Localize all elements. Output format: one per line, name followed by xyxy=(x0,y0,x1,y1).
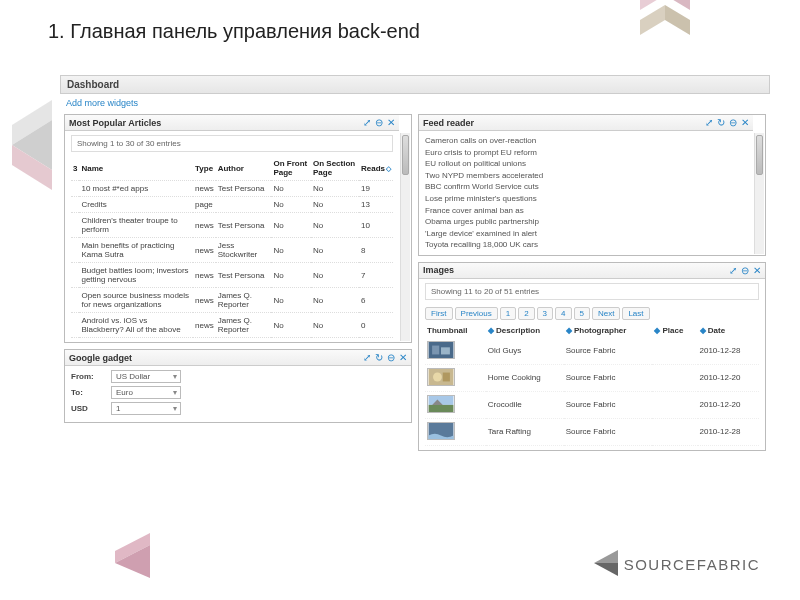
svg-rect-14 xyxy=(443,372,450,381)
svg-marker-3 xyxy=(665,5,690,35)
fullscreen-icon[interactable]: ⤢ xyxy=(363,117,371,128)
feed-item[interactable]: France cover animal ban as xyxy=(425,205,747,217)
usd-input[interactable]: 1 xyxy=(111,402,181,415)
table-row[interactable]: Home CookingSource Fabric2010-12-20 xyxy=(425,364,759,391)
scrollbar[interactable] xyxy=(754,133,764,254)
close-icon[interactable]: ✕ xyxy=(399,352,407,363)
page-first[interactable]: First xyxy=(425,307,453,320)
usd-label: USD xyxy=(71,404,105,413)
feed-item[interactable]: BBC confirm World Service cuts xyxy=(425,181,747,193)
logo-chevron-icon xyxy=(588,548,618,580)
table-row[interactable]: Main benefits of practicing Kama Sutrane… xyxy=(71,238,393,263)
popular-table: 3 Name Type Author On Front Page On Sect… xyxy=(71,156,393,338)
table-row[interactable]: CreditspageNoNo13 xyxy=(71,197,393,213)
minimize-icon[interactable]: ⊖ xyxy=(729,117,737,128)
thumbnail xyxy=(427,341,455,359)
svg-marker-19 xyxy=(594,550,618,563)
showing-text: Showing 11 to 20 of 51 entries xyxy=(425,283,759,300)
feed-item[interactable]: Obama urges public partnership xyxy=(425,216,747,228)
minimize-icon[interactable]: ⊖ xyxy=(387,352,395,363)
page-num[interactable]: 5 xyxy=(574,307,590,320)
widget-title: Feed reader xyxy=(423,118,474,128)
page-num[interactable]: 1 xyxy=(500,307,516,320)
brand-logo: SOURCEFABRIC xyxy=(588,548,760,580)
minimize-icon[interactable]: ⊖ xyxy=(741,265,749,276)
feed-item[interactable]: 'Large device' examined in alert xyxy=(425,228,747,240)
thumbnail xyxy=(427,395,455,413)
widget-title: Most Popular Articles xyxy=(69,118,161,128)
brand-text: SOURCEFABRIC xyxy=(624,556,760,573)
table-row[interactable]: Tara RaftingSource Fabric2010-12-28 xyxy=(425,418,759,445)
page-num[interactable]: 3 xyxy=(537,307,553,320)
scrollbar[interactable] xyxy=(400,133,410,341)
widget-google-gadget: Google gadget ⤢ ↻ ⊖ ✕ From:US Dollar To:… xyxy=(64,349,412,423)
svg-rect-10 xyxy=(432,345,439,354)
refresh-icon[interactable]: ↻ xyxy=(375,352,383,363)
table-row[interactable]: Children's theater troupe to performnews… xyxy=(71,213,393,238)
svg-rect-16 xyxy=(429,405,454,412)
feed-item[interactable]: EU rollout on political unions xyxy=(425,158,747,170)
decoration-chevron-bottom-left xyxy=(110,533,150,580)
fullscreen-icon[interactable]: ⤢ xyxy=(729,265,737,276)
page-num[interactable]: 4 xyxy=(555,307,571,320)
feed-item[interactable]: Cameron calls on over-reaction xyxy=(425,135,747,147)
close-icon[interactable]: ✕ xyxy=(387,117,395,128)
thumbnail xyxy=(427,422,455,440)
widget-images: Images ⤢ ⊖ ✕ Showing 11 to 20 of 51 entr… xyxy=(418,262,766,451)
from-select[interactable]: US Dollar xyxy=(111,370,181,383)
fullscreen-icon[interactable]: ⤢ xyxy=(363,352,371,363)
table-row[interactable]: Open source business models for news org… xyxy=(71,288,393,313)
page-num[interactable]: 2 xyxy=(518,307,534,320)
svg-rect-11 xyxy=(441,347,450,354)
refresh-icon[interactable]: ↻ xyxy=(717,117,725,128)
table-row[interactable]: Old GuysSource Fabric2010-12-28 xyxy=(425,338,759,365)
svg-marker-2 xyxy=(640,5,665,35)
widget-most-popular: Most Popular Articles ⤢ ⊖ ✕ Showing 1 to… xyxy=(64,114,412,343)
dashboard-screenshot: Dashboard Add more widgets Most Popular … xyxy=(60,75,770,495)
table-row[interactable]: CrocodileSource Fabric2010-12-20 xyxy=(425,391,759,418)
to-label: To: xyxy=(71,388,105,397)
feed-item[interactable]: Lose prime minister's questions xyxy=(425,193,747,205)
fullscreen-icon[interactable]: ⤢ xyxy=(705,117,713,128)
feed-item[interactable]: Euro crisis to prompt EU reform xyxy=(425,147,747,159)
svg-point-13 xyxy=(433,372,442,381)
page-last[interactable]: Last xyxy=(622,307,649,320)
images-table: Thumbnail ◆ Description ◆ Photographer ◆… xyxy=(425,323,759,446)
page-next[interactable]: Next xyxy=(592,307,620,320)
table-row[interactable]: 10 most #*ed appsnewsTest PersonaNoNo19 xyxy=(71,181,393,197)
minimize-icon[interactable]: ⊖ xyxy=(375,117,383,128)
from-label: From: xyxy=(71,372,105,381)
feed-item[interactable]: Toyota recalling 18,000 UK cars xyxy=(425,239,747,251)
decoration-chevron-left xyxy=(2,100,52,192)
feed-item[interactable]: Two NYPD members accelerated xyxy=(425,170,747,182)
decoration-chevron-top xyxy=(640,0,690,42)
widget-title: Google gadget xyxy=(69,353,132,363)
to-select[interactable]: Euro xyxy=(111,386,181,399)
showing-text: Showing 1 to 30 of 30 entries xyxy=(71,135,393,152)
close-icon[interactable]: ✕ xyxy=(741,117,749,128)
svg-marker-20 xyxy=(594,563,618,576)
page-prev[interactable]: Previous xyxy=(455,307,498,320)
close-icon[interactable]: ✕ xyxy=(753,265,761,276)
table-row[interactable]: Budget battles loom; investors getting n… xyxy=(71,263,393,288)
dashboard-header: Dashboard xyxy=(60,75,770,94)
widget-title: Images xyxy=(423,265,454,275)
widget-feed-reader: Feed reader ⤢ ↻ ⊖ ✕ Cameron calls on ove… xyxy=(418,114,766,256)
pagination: First Previous 1 2 3 4 5 Next Last xyxy=(425,304,759,323)
feed-list: Cameron calls on over-reactionEuro crisi… xyxy=(425,135,747,251)
table-row[interactable]: Android vs. iOS vs Blackberry? All of th… xyxy=(71,313,393,338)
thumbnail xyxy=(427,368,455,386)
add-more-widgets-link[interactable]: Add more widgets xyxy=(60,94,770,112)
